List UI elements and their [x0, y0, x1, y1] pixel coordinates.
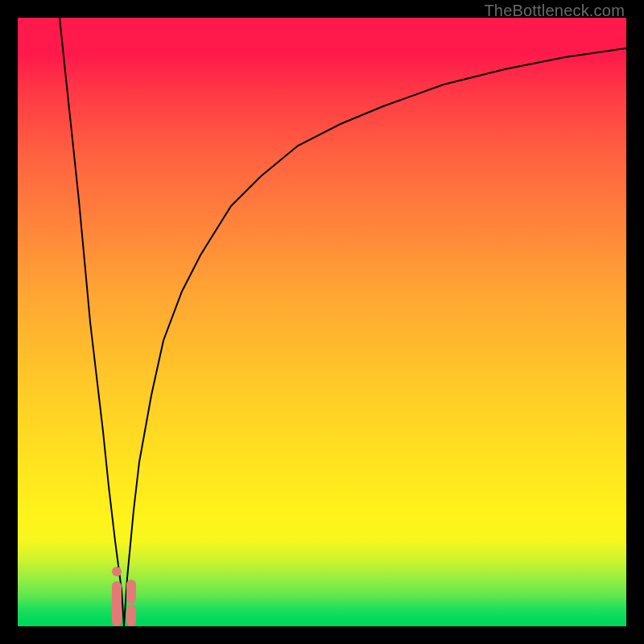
curve-descending-left — [60, 18, 124, 626]
curve-ascending-log-right — [124, 48, 626, 626]
marker-dot-left — [112, 567, 122, 576]
chart-frame: TheBottleneck.com — [0, 0, 644, 644]
marker-blob-right-a — [126, 580, 136, 604]
watermark-text: TheBottleneck.com — [484, 2, 625, 20]
marker-blob-left-low — [112, 581, 122, 626]
curves-layer — [18, 18, 626, 626]
plot-area — [18, 18, 626, 626]
marker-blob-right-b — [126, 605, 136, 626]
